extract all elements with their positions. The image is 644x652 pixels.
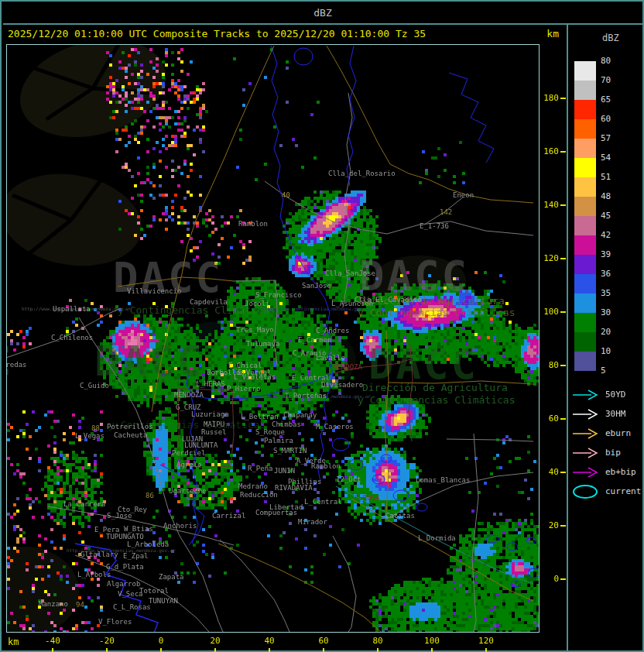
colorbar-swatch [574, 119, 596, 139]
colorbar-value-label: 70 [601, 76, 611, 85]
colorbar-value-label: 45 [601, 211, 611, 221]
place-label: L_Dormida [418, 535, 456, 542]
track-arrow-icon [571, 463, 602, 482]
radar-map[interactable]: DACCDACCDACCDACCCDirección de Agricultur… [7, 45, 539, 632]
place-label: Tulumaya [246, 341, 279, 348]
road-line [118, 277, 234, 287]
track-arrow-icon [571, 386, 602, 404]
water-body-outline [381, 455, 392, 462]
colorbar-value-label: 35 [601, 289, 611, 298]
colorbar-swatch [574, 235, 596, 255]
x-axis-tick [106, 648, 108, 652]
legend-label: current [605, 487, 641, 496]
colorbar-value-label: 39 [601, 250, 611, 259]
place-label: Compuertas [255, 510, 297, 516]
x-axis-tick [269, 648, 270, 652]
place-label: Catitas [385, 513, 415, 520]
road-line [385, 331, 389, 513]
place-label: Russel [201, 429, 227, 436]
place-label: LUNLUNTA [184, 442, 218, 449]
place-label: 12_Oct [336, 476, 361, 483]
river-line [347, 46, 356, 186]
place-label: Algarrob [107, 581, 140, 588]
place-label: C_Guido [80, 383, 109, 389]
side-panel: dBZ 807065605754514845423936353020105 50… [567, 25, 644, 652]
water-body-outline [526, 537, 536, 544]
y-axis-tick [560, 151, 566, 153]
colorbar-swatch [574, 197, 596, 216]
place-label: TUPUNGATO [106, 534, 144, 540]
colorbar-value-label: 30 [601, 308, 611, 317]
place-label: L_Asuncion [331, 300, 373, 307]
place-label: C_Andres [316, 328, 349, 335]
place-label: Zapata [159, 574, 184, 581]
place-label: S_MARTIN [273, 448, 307, 455]
place-label: S_Roque [255, 429, 285, 436]
colorbar-value-label: 5 [601, 366, 606, 376]
x-axis-tick-label: 0 [159, 637, 164, 645]
colorbar-value-label: 36 [601, 269, 611, 279]
place-label: aredas [7, 362, 27, 369]
x-axis-tick-label: 120 [478, 637, 494, 645]
department-label: MENDOZA [333, 364, 362, 371]
place-label: Perdriel [172, 450, 205, 457]
river-line [449, 73, 494, 163]
place-label: MAIPU [204, 421, 224, 428]
colorbar-swatch [574, 139, 596, 158]
colorbar-swatch [574, 61, 596, 81]
water-body-outline [511, 581, 520, 587]
x-axis-tick [52, 648, 53, 652]
road-line [389, 381, 533, 384]
x-axis-tick [323, 648, 324, 652]
place-label: Clla_SanJose [325, 270, 375, 277]
place-label: Capdevila [190, 299, 228, 306]
place-label: Manzano [39, 601, 68, 608]
place-label: R_Peña [248, 465, 273, 472]
y-axis-tick [560, 365, 566, 366]
colorbar-swatch [574, 158, 596, 177]
colorbar-swatch [574, 352, 596, 371]
place-label: S_Francisco [255, 292, 302, 299]
place-label: JUNIN [274, 468, 295, 475]
water-body-outline [416, 503, 427, 511]
place-label: G_d_Plata [106, 564, 144, 571]
place-label: Gltallary [80, 551, 118, 558]
place-label: L_Violetas [234, 374, 276, 381]
place-label: Luzuriaga [191, 411, 229, 418]
x-axis-tick-label: 100 [424, 637, 440, 645]
place-label: Ugarteche [169, 488, 207, 495]
boundary-line [472, 434, 478, 632]
place-label: M_Caseros [316, 424, 354, 431]
route-number-label: 88 [91, 425, 100, 432]
y-axis-tick-label: 140 [543, 201, 559, 209]
x-axis-tick-label: 60 [318, 637, 328, 645]
place-label: Carrizal [212, 513, 245, 520]
top-dbz-label: dBZ [313, 7, 331, 19]
y-axis-unit-label: km [546, 25, 559, 43]
place-label: Jocoli [245, 300, 270, 307]
place-label: T_Porteñas [285, 393, 327, 400]
y-axis-tick-label: 0 [553, 575, 559, 583]
place-label: Chapanay [283, 412, 317, 419]
place-label: SanJose [302, 283, 331, 290]
colorbar-value-label: 48 [601, 192, 611, 201]
legend-label: 50YD [605, 390, 626, 399]
y-axis: 180160140120100806040200 [540, 44, 567, 633]
colorbar-swatch [574, 216, 596, 235]
place-label: Potrerillos [107, 424, 153, 431]
place-label: Lomas_Blancas [416, 477, 470, 484]
place-label: Agrelo [176, 462, 202, 468]
place-label: L_Vegas [75, 433, 104, 440]
window-title: 2025/12/20 01:10:00 UTC Composite Tracks… [8, 25, 426, 43]
place-label: RIVADAVIA [275, 485, 313, 492]
boundary-line [333, 536, 356, 632]
place-label: MENDOZA [174, 392, 204, 399]
colorbar-swatch [574, 274, 596, 293]
legend-row-eb-bip: eb+bip [571, 463, 644, 482]
x-axis-tick-label: 20 [210, 637, 220, 645]
x-axis-tick-label: 40 [264, 637, 274, 645]
legend-row-50yd: 50YD [571, 386, 644, 404]
boundary-line [447, 439, 533, 441]
place-label: Clla_del_Rosario [328, 170, 396, 177]
place-label: L_Central [304, 499, 342, 506]
